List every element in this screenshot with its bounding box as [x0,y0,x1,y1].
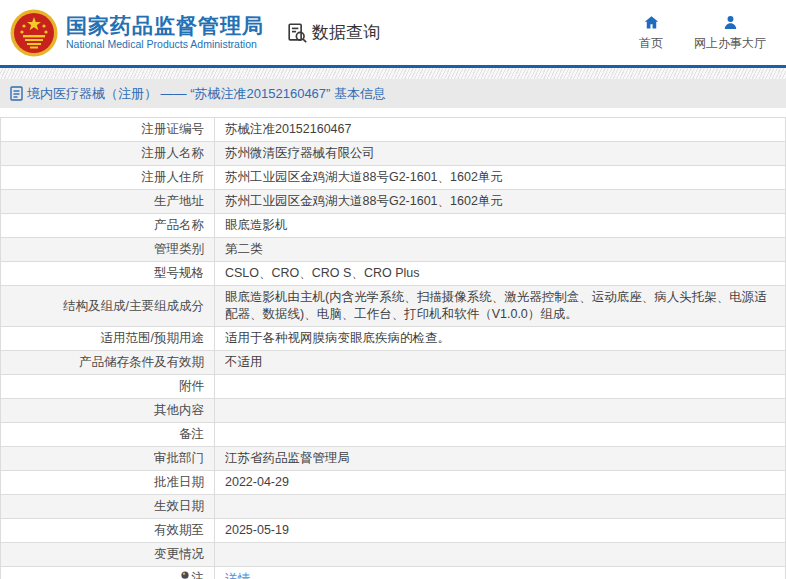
row-label: 附件 [1,375,215,399]
row-value: 眼底造影机 [215,214,786,238]
row-label: 产品名称 [1,214,215,238]
table-row: 注册人住所苏州工业园区金鸡湖大道88号G2-1601、1602单元 [1,166,786,190]
table-row: 管理类别第二类 [1,238,786,262]
table-row: 适用范围/预期用途适用于各种视网膜病变眼底疾病的检查。 [1,327,786,351]
row-value: 苏州工业园区金鸡湖大道88号G2-1601、1602单元 [215,190,786,214]
bulb-icon [180,571,190,579]
row-label: 结构及组成/主要组成成分 [1,286,215,327]
breadcrumb-bar: 境内医疗器械（注册） —— “苏械注准20152160467” 基本信息 [0,79,786,108]
row-label: 型号规格 [1,262,215,286]
row-value [215,423,786,447]
row-label-text: 产品储存条件及有效期 [79,355,204,369]
row-value: 适用于各种视网膜病变眼底疾病的检查。 [215,327,786,351]
row-value [215,399,786,423]
row-value: 2025-05-19 [215,519,786,543]
row-value: 苏械注准20152160467 [215,118,786,142]
row-label-text: 型号规格 [154,266,204,280]
row-label: 注册证编号 [1,118,215,142]
org-name-zh: 国家药品监督管理局 [66,14,264,38]
data-query-label: 数据查询 [312,21,380,44]
row-label-text: 批准日期 [154,475,204,489]
header-nav: 首页 网上办事大厅 [634,14,772,52]
row-value: 不适用 [215,351,786,375]
row-label-text: 生效日期 [154,499,204,513]
row-value [215,495,786,519]
row-value-text: 苏州微清医疗器械有限公司 [225,146,375,160]
row-label: 批准日期 [1,471,215,495]
table-row: 注册证编号苏械注准20152160467 [1,118,786,142]
row-value: 苏州微清医疗器械有限公司 [215,142,786,166]
row-value: CSLO、CRO、CRO S、CRO Plus [215,262,786,286]
row-label: 管理类别 [1,238,215,262]
page-title: 境内医疗器械（注册） —— “苏械注准20152160467” 基本信息 [27,85,386,103]
table-row: 其他内容 [1,399,786,423]
org-name-en: National Medical Products Administration [66,38,264,51]
row-value-text: 2025-05-19 [225,523,289,537]
table-row: 生产地址苏州工业园区金鸡湖大道88号G2-1601、1602单元 [1,190,786,214]
row-value-text: 不适用 [225,355,263,369]
row-label: 适用范围/预期用途 [1,327,215,351]
org-names: 国家药品监督管理局 National Medical Products Admi… [66,14,264,51]
table-row: 注册人名称苏州微清医疗器械有限公司 [1,142,786,166]
row-label: 审批部门 [1,447,215,471]
hatch-divider [0,68,786,79]
row-value-text: 眼底造影机由主机(内含光学系统、扫描摄像系统、激光器控制盒、运动底座、病人头托架… [225,290,767,321]
row-label-text: 管理类别 [154,242,204,256]
table-row: 附件 [1,375,786,399]
row-label: 变更情况 [1,543,215,567]
row-value: 眼底造影机由主机(内含光学系统、扫描摄像系统、激光器控制盒、运动底座、病人头托架… [215,286,786,327]
row-value: 详情 [215,567,786,579]
table-row: 批准日期2022-04-29 [1,471,786,495]
nmpa-logo[interactable]: 国家药品监督管理局 National Medical Products Admi… [10,9,264,57]
row-value [215,543,786,567]
row-value-text: 适用于各种视网膜病变眼底疾病的检查。 [225,331,450,345]
registration-detail-table: 注册证编号苏械注准20152160467注册人名称苏州微清医疗器械有限公司注册人… [0,117,786,579]
home-icon [643,14,660,31]
row-label: 注册人名称 [1,142,215,166]
table-row: 产品储存条件及有效期不适用 [1,351,786,375]
nav-item-label: 首页 [639,35,663,52]
row-value-text: 眼底造影机 [225,218,288,232]
table-row: 有效期至2025-05-19 [1,519,786,543]
row-label-text: 审批部门 [154,451,204,465]
row-label: 生效日期 [1,495,215,519]
nav-item-home[interactable]: 首页 [634,14,668,52]
row-label-text: 其他内容 [154,403,204,417]
row-label-text: 产品名称 [154,218,204,232]
row-label: 注册人住所 [1,166,215,190]
row-value-text: 第二类 [225,242,263,256]
row-label: 有效期至 [1,519,215,543]
nav-item-service-hall[interactable]: 网上办事大厅 [694,14,766,52]
row-label-text: 结构及组成/主要组成成分 [63,299,204,313]
row-value-text: 苏州工业园区金鸡湖大道88号G2-1601、1602单元 [225,170,503,184]
table-row: 产品名称眼底造影机 [1,214,786,238]
row-label-text: 注 [192,571,205,579]
table-row: 审批部门江苏省药品监督管理局 [1,447,786,471]
row-label-text: 变更情况 [154,547,204,561]
row-label-text: 附件 [179,379,204,393]
person-icon [722,14,739,31]
detail-link[interactable]: 详情 [225,572,250,579]
row-label: 注 [1,567,215,579]
row-value [215,375,786,399]
site-header: 国家药品监督管理局 National Medical Products Admi… [0,0,786,68]
row-value-text: 2022-04-29 [225,475,289,489]
nav-item-label: 网上办事大厅 [694,35,766,52]
row-label-text: 注册证编号 [142,122,205,136]
table-row: 注详情 [1,567,786,579]
table-row: 备注 [1,423,786,447]
row-value-text: CSLO、CRO、CRO S、CRO Plus [225,266,419,280]
row-label-text: 注册人名称 [142,146,205,160]
row-label: 生产地址 [1,190,215,214]
row-label: 备注 [1,423,215,447]
document-search-icon [286,22,308,44]
row-label-text: 注册人住所 [142,170,205,184]
row-label-text: 有效期至 [154,523,204,537]
table-row: 生效日期 [1,495,786,519]
row-label-text: 适用范围/预期用途 [101,331,204,345]
document-icon [10,86,23,101]
table-row: 变更情况 [1,543,786,567]
row-value-text: 江苏省药品监督管理局 [225,451,350,465]
row-label: 其他内容 [1,399,215,423]
data-query-tab[interactable]: 数据查询 [286,21,380,44]
